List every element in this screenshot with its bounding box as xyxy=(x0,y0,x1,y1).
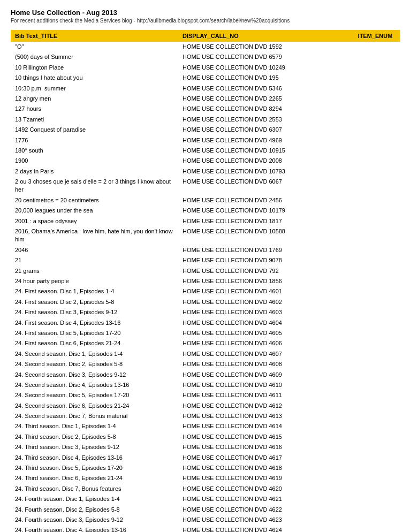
cell-title: 24. Second season. Disc 5, Episodes 17-2… xyxy=(11,390,178,400)
table-row: 24. First season. Disc 1, Episodes 1-4HO… xyxy=(11,286,400,297)
cell-call: HOME USE COLLECTION DVD 4604 xyxy=(178,318,354,328)
cell-enum xyxy=(354,63,400,73)
cell-enum xyxy=(354,156,400,166)
cell-title: 24 hour party people xyxy=(11,276,178,286)
cell-title: 24. Second season. Disc 7, Bonus materia… xyxy=(11,411,178,421)
table-row: 24. Third season. Disc 6, Episodes 21-24… xyxy=(11,473,400,483)
cell-title: 13 Tzameti xyxy=(11,115,178,125)
cell-title: 1492 Conquest of paradise xyxy=(11,125,178,135)
cell-enum xyxy=(354,166,400,177)
cell-title: 10:30 p.m. summer xyxy=(11,83,178,94)
cell-enum xyxy=(354,359,400,369)
cell-enum xyxy=(354,494,400,504)
table-row: 24. Fourth season. Disc 1, Episodes 1-4H… xyxy=(11,494,400,504)
table-row: 1776HOME USE COLLECTION DVD 4969 xyxy=(11,135,400,146)
cell-call: HOME USE COLLECTION DVD 10793 xyxy=(178,166,354,177)
column-header-title: Bib Text_TITLE xyxy=(11,30,178,42)
cell-title: 2 days in Paris xyxy=(11,166,178,177)
table-row: 24 hour party peopleHOME USE COLLECTION … xyxy=(11,276,400,286)
cell-call: HOME USE COLLECTION DVD 792 xyxy=(178,266,354,276)
table-row: 24. Second season. Disc 2, Episodes 5-8H… xyxy=(11,359,400,369)
cell-title: 24. First season. Disc 2, Episodes 5-8 xyxy=(11,297,178,307)
cell-title: 2001 : a space odyssey xyxy=(11,216,178,226)
cell-call: HOME USE COLLECTION DVD 4614 xyxy=(178,421,354,431)
cell-call: HOME USE COLLECTION DVD 4612 xyxy=(178,401,354,411)
cell-enum xyxy=(354,421,400,431)
cell-title: 24. First season. Disc 1, Episodes 1-4 xyxy=(11,286,178,297)
cell-title: 24. Third season. Disc 7, Bonus features xyxy=(11,484,178,494)
cell-enum xyxy=(354,401,400,411)
cell-title: 127 hours xyxy=(11,104,178,114)
table-row: 24. First season. Disc 2, Episodes 5-8HO… xyxy=(11,297,400,307)
cell-enum xyxy=(354,473,400,483)
cell-title: 12 angry men xyxy=(11,94,178,104)
table-row: 10 Rillington PlaceHOME USE COLLECTION D… xyxy=(11,63,400,73)
cell-enum xyxy=(354,463,400,473)
cell-call: HOME USE COLLECTION DVD 4607 xyxy=(178,349,354,359)
cell-call: HOME USE COLLECTION DVD 4623 xyxy=(178,515,354,525)
table-row: 13 TzametiHOME USE COLLECTION DVD 2553 xyxy=(11,115,400,125)
cell-enum xyxy=(354,338,400,348)
cell-call: HOME USE COLLECTION DVD 4611 xyxy=(178,390,354,400)
cell-call: HOME USE COLLECTION DVD 10588 xyxy=(178,226,354,245)
cell-title: 24. Fourth season. Disc 4, Episodes 13-1… xyxy=(11,525,178,532)
cell-call: HOME USE COLLECTION DVD 4618 xyxy=(178,463,354,473)
cell-call: HOME USE COLLECTION DVD 4608 xyxy=(178,359,354,369)
table-row: 2001 : a space odysseyHOME USE COLLECTIO… xyxy=(11,216,400,226)
cell-enum xyxy=(354,216,400,226)
table-row: 24. Third season. Disc 7, Bonus features… xyxy=(11,484,400,494)
table-row: 24. Fourth season. Disc 3, Episodes 9-12… xyxy=(11,515,400,525)
cell-call: HOME USE COLLECTION DVD 1856 xyxy=(178,276,354,286)
table-row: 24. Third season. Disc 5, Episodes 17-20… xyxy=(11,463,400,473)
cell-title: 24. Fourth season. Disc 1, Episodes 1-4 xyxy=(11,494,178,504)
cell-enum xyxy=(354,307,400,317)
cell-title: 24. Second season. Disc 3, Episodes 9-12 xyxy=(11,370,178,380)
cell-enum xyxy=(354,328,400,338)
cell-enum xyxy=(354,349,400,359)
cell-enum xyxy=(354,94,400,104)
cell-title: 24. Third season. Disc 2, Episodes 5-8 xyxy=(11,432,178,442)
table-row: 24. Second season. Disc 5, Episodes 17-2… xyxy=(11,390,400,400)
cell-call: HOME USE COLLECTION DVD 2456 xyxy=(178,195,354,206)
table-row: 2046HOME USE COLLECTION DVD 1769 xyxy=(11,245,400,255)
table-row: 20,000 leagues under the seaHOME USE COL… xyxy=(11,206,400,216)
table-header-row: Bib Text_TITLE DISPLAY_CALL_NO ITEM_ENUM xyxy=(11,30,400,42)
cell-title: 21 xyxy=(11,255,178,265)
cell-call: HOME USE COLLECTION DVD 4610 xyxy=(178,380,354,390)
cell-enum xyxy=(354,484,400,494)
main-table: Bib Text_TITLE DISPLAY_CALL_NO ITEM_ENUM… xyxy=(11,30,400,532)
cell-call: HOME USE COLLECTION DVD 10249 xyxy=(178,63,354,73)
cell-enum xyxy=(354,255,400,265)
cell-enum xyxy=(354,318,400,328)
cell-enum xyxy=(354,266,400,276)
table-row: (500) days of SummerHOME USE COLLECTION … xyxy=(11,52,400,62)
table-row: 24. First season. Disc 4, Episodes 13-16… xyxy=(11,318,400,328)
cell-call: HOME USE COLLECTION DVD 4969 xyxy=(178,135,354,146)
cell-title: 1900 xyxy=(11,156,178,166)
cell-title: 2046 xyxy=(11,245,178,255)
cell-enum xyxy=(354,380,400,390)
cell-title: 180° south xyxy=(11,146,178,156)
cell-enum xyxy=(354,297,400,307)
cell-call: HOME USE COLLECTION DVD 4624 xyxy=(178,525,354,532)
cell-call: HOME USE COLLECTION DVD 4619 xyxy=(178,473,354,483)
cell-enum xyxy=(354,206,400,216)
table-row: 24. First season. Disc 5, Episodes 17-20… xyxy=(11,328,400,338)
cell-title: 24. First season. Disc 4, Episodes 13-16 xyxy=(11,318,178,328)
cell-enum xyxy=(354,525,400,532)
cell-title: 24. Second season. Disc 1, Episodes 1-4 xyxy=(11,349,178,359)
page-header: Home Use Collection - Aug 2013 For recen… xyxy=(11,9,400,24)
table-row: 24. Second season. Disc 1, Episodes 1-4H… xyxy=(11,349,400,359)
cell-title: 24. Third season. Disc 4, Episodes 13-16 xyxy=(11,453,178,463)
cell-call: HOME USE COLLECTION DVD 4606 xyxy=(178,338,354,348)
cell-title: 20 centimetros = 20 centimeters xyxy=(11,195,178,206)
cell-title: 21 grams xyxy=(11,266,178,276)
cell-enum xyxy=(354,442,400,452)
table-row: 2 days in ParisHOME USE COLLECTION DVD 1… xyxy=(11,166,400,177)
cell-title: 24. Third season. Disc 1, Episodes 1-4 xyxy=(11,421,178,431)
table-row: 24. Third season. Disc 1, Episodes 1-4HO… xyxy=(11,421,400,431)
table-row: 24. Third season. Disc 4, Episodes 13-16… xyxy=(11,453,400,463)
cell-title: 24. First season. Disc 5, Episodes 17-20 xyxy=(11,328,178,338)
table-row: 24. Second season. Disc 3, Episodes 9-12… xyxy=(11,370,400,380)
cell-enum xyxy=(354,276,400,286)
